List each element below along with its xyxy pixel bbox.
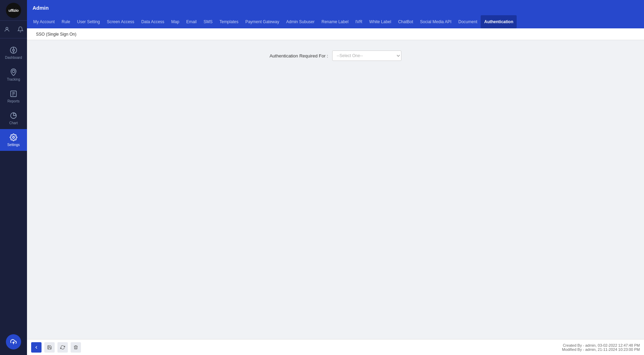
modified-by: Modified By - admin, 21-11-2024 10:23:00… [562,347,640,352]
dashboard-icon [9,46,18,54]
sidebar: uffizio Dashboard [0,0,27,355]
tab-social-media-api[interactable]: Social Media API [417,15,455,28]
main-content: Admin My Account Rule User Setting Scree… [27,0,644,355]
sidebar-item-dashboard[interactable]: Dashboard [0,42,27,64]
sub-tab-bar: SSO (Single Sign On) [27,28,644,40]
tab-chatbot[interactable]: ChatBot [394,15,416,28]
sidebar-item-reports[interactable]: Reports [0,85,27,107]
tab-sms[interactable]: SMS [200,15,216,28]
back-button[interactable] [31,342,42,353]
admin-title: Admin [33,5,49,11]
chart-label: Chart [9,121,18,125]
sub-tab-sso[interactable]: SSO (Single Sign On) [33,30,80,38]
save-button[interactable] [44,342,55,353]
tab-document[interactable]: Document [455,15,481,28]
refresh-button[interactable] [57,342,68,353]
tracking-icon [9,68,18,76]
logo-circle: uffizio [6,3,21,18]
settings-icon [9,133,18,142]
tab-map[interactable]: Map [168,15,183,28]
tab-templates[interactable]: Templates [216,15,242,28]
sidebar-bottom [0,329,27,355]
tab-my-account[interactable]: My Account [30,15,58,28]
tab-white-label[interactable]: White Label [366,15,394,28]
user-icon[interactable] [2,24,12,35]
authentication-form: Authentication Required For : --Select O… [34,51,637,61]
settings-label: Settings [7,143,20,147]
sidebar-item-tracking[interactable]: Tracking [0,64,27,85]
delete-button[interactable] [71,342,81,353]
tab-screen-access[interactable]: Screen Access [103,15,138,28]
tab-rule[interactable]: Rule [58,15,74,28]
top-nav: Admin [27,0,644,15]
sidebar-top-icons [0,21,27,38]
tab-email[interactable]: Email [183,15,200,28]
tracking-label: Tracking [7,78,20,81]
svg-point-2 [12,49,15,51]
svg-point-0 [6,27,8,29]
tab-rename-label[interactable]: Rename Label [318,15,352,28]
sidebar-item-settings[interactable]: Settings [0,129,27,151]
tab-data-access[interactable]: Data Access [138,15,168,28]
reports-label: Reports [7,99,19,103]
content-area: Authentication Required For : --Select O… [27,40,644,339]
auth-required-label: Authentication Required For : [270,53,328,58]
tab-authentication[interactable]: Authentication [481,15,517,28]
logo: uffizio [0,0,27,21]
upload-button[interactable] [6,334,21,349]
tab-bar: My Account Rule User Setting Screen Acce… [27,15,644,28]
tab-user-setting[interactable]: User Setting [74,15,103,28]
tab-ivr[interactable]: IVR [352,15,366,28]
logo-text: uffizio [9,8,19,12]
created-by: Created By - admin, 03-02-2022 12:47:48 … [562,343,640,347]
footer-info: Created By - admin, 03-02-2022 12:47:48 … [562,343,640,352]
footer-actions [31,342,81,353]
auth-required-select[interactable]: --Select One-- [332,51,401,61]
sidebar-item-chart[interactable]: Chart [0,107,27,129]
tab-payment-gateway[interactable]: Payment Gateway [242,15,283,28]
bell-icon[interactable] [15,24,26,35]
svg-point-11 [12,136,15,138]
dashboard-label: Dashboard [5,56,22,60]
svg-point-5 [12,70,15,73]
footer: Created By - admin, 03-02-2022 12:47:48 … [27,339,644,355]
chart-icon [9,111,18,120]
reports-icon [9,90,18,98]
tab-admin-subuser[interactable]: Admin Subuser [283,15,318,28]
sidebar-nav: Dashboard Tracking Reports [0,38,27,151]
